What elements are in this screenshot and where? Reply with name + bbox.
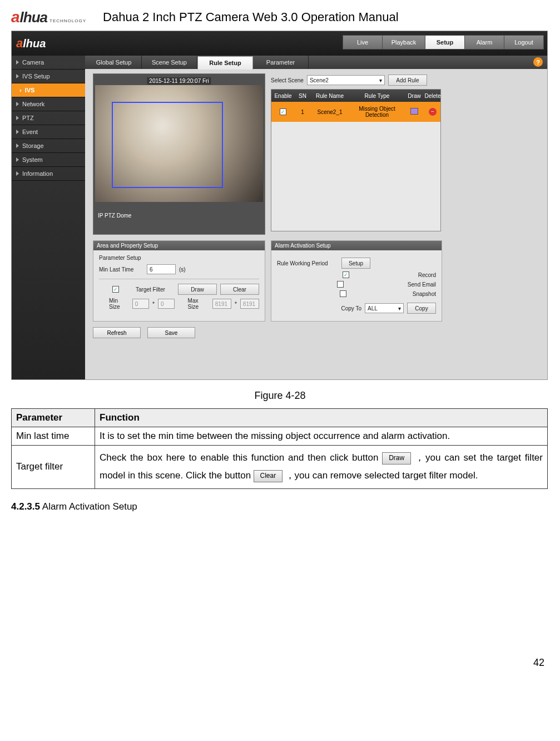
subtab-global[interactable]: Global Setup (86, 56, 142, 69)
target-filter-label: Target Filter (136, 286, 175, 293)
rules-panel: Select Scene Scene2▾ Add Rule Enable SN … (271, 73, 442, 235)
subtab-param[interactable]: Parameter (253, 56, 309, 69)
help-icon[interactable]: ? (533, 57, 543, 67)
alarm-activation-panel: Alarm Activation Setup Rule Working Peri… (271, 240, 442, 322)
clear-button[interactable]: Clear (220, 284, 259, 295)
logo-rest: lhua (20, 9, 47, 26)
cell-sn: 1 (295, 109, 310, 115)
copy-button[interactable]: Copy (407, 303, 436, 314)
max-size-h-input[interactable]: 8191 (240, 299, 259, 309)
screenshot-panel: a lhua Live Playback Setup Alarm Logout … (11, 31, 548, 380)
video-timestamp: 2015-12-11 19:20:07 Fri (147, 77, 211, 85)
th-function: Function (95, 409, 548, 427)
th-name: Rule Name (310, 93, 349, 99)
table-row: Min last time It is to set the min time … (12, 427, 548, 446)
select-scene-label: Select Scene (271, 77, 304, 83)
th-enable: Enable (271, 93, 295, 99)
add-rule-button[interactable]: Add Rule (388, 75, 427, 86)
min-size-w-input[interactable]: 0 (132, 299, 149, 309)
chevron-down-icon: ▾ (398, 305, 401, 312)
th-parameter: Parameter (12, 409, 95, 427)
section-number: 4.2.3.5 (11, 501, 40, 512)
table-row[interactable]: 1 Scene2_1 Missing Object Detection − (271, 102, 440, 122)
video-label: IP PTZ Dome (98, 213, 131, 219)
parameter-table: Parameter Function Min last time It is t… (11, 408, 548, 489)
select-scene-dropdown[interactable]: Scene2▾ (307, 75, 385, 85)
sub-tabs: Global Setup Scene Setup Rule Setup Para… (85, 56, 547, 69)
sidebar-item-network[interactable]: Network (12, 97, 85, 111)
doc-header: a lhua TECHNOLOGY Dahua 2 Inch PTZ Camer… (11, 8, 549, 26)
cell-type: Missing Object Detection (349, 106, 405, 118)
sidebar-item-ivs-setup[interactable]: IVS Setup (12, 70, 85, 83)
app-logo: a lhua (16, 36, 46, 51)
draw-inline-button: Draw (382, 452, 411, 465)
table-row: Target filter Check the box here to enab… (12, 446, 548, 489)
min-last-time-unit: (s) (179, 266, 186, 273)
delete-icon[interactable]: − (429, 108, 437, 116)
app-header: a lhua Live Playback Setup Alarm Logout (12, 31, 547, 56)
max-size-w-input[interactable]: 8191 (212, 299, 231, 309)
email-checkbox[interactable] (337, 281, 344, 288)
setup-button[interactable]: Setup (341, 258, 370, 269)
cell-name: Scene2_1 (310, 109, 349, 115)
subtab-scene[interactable]: Scene Setup (142, 56, 197, 69)
section-title: Alarm Activation Setup (42, 501, 137, 512)
tab-alarm[interactable]: Alarm (464, 35, 504, 50)
cell-func: Check the box here to enable this functi… (95, 446, 548, 489)
snapshot-checkbox[interactable] (340, 290, 346, 297)
th-sn: SN (295, 93, 310, 99)
cell-param: Min last time (12, 427, 95, 446)
sidebar-item-event[interactable]: Event (12, 125, 85, 139)
chevron-down-icon: ▾ (379, 77, 382, 83)
tab-logout[interactable]: Logout (504, 35, 544, 50)
min-size-h-input[interactable]: 0 (158, 299, 175, 309)
email-label: Send Email (408, 281, 436, 288)
doc-title: Dahua 2 Inch PTZ Camera Web 3.0 Operatio… (103, 10, 399, 24)
sidebar-item-camera[interactable]: Camera (12, 56, 85, 70)
th-type: Rule Type (349, 93, 405, 99)
sidebar-item-ptz[interactable]: PTZ (12, 111, 85, 125)
sidebar: Camera IVS Setup ›IVS Network PTZ Event … (12, 56, 85, 380)
sidebar-item-storage[interactable]: Storage (12, 139, 85, 153)
clear-inline-button: Clear (254, 470, 283, 482)
refresh-button[interactable]: Refresh (93, 327, 141, 338)
tab-live[interactable]: Live (343, 35, 383, 50)
subtab-rule[interactable]: Rule Setup (197, 56, 253, 70)
min-last-time-input[interactable]: 6 (147, 264, 176, 274)
sidebar-item-ivs[interactable]: ›IVS (12, 83, 85, 97)
caret-icon (16, 116, 19, 120)
draw-icon[interactable] (410, 108, 418, 115)
enable-checkbox[interactable] (280, 108, 286, 115)
caret-icon (16, 74, 19, 78)
main-content: Global Setup Scene Setup Rule Setup Para… (85, 56, 547, 380)
rule-working-label: Rule Working Period (277, 260, 338, 266)
target-filter-checkbox[interactable] (112, 286, 119, 293)
main-nav: Live Playback Setup Alarm Logout (343, 35, 544, 50)
area-panel-title: Area and Property Setup (93, 241, 265, 250)
sidebar-item-system[interactable]: System (12, 153, 85, 167)
max-size-label: Max Size (188, 298, 209, 310)
save-button[interactable]: Save (147, 327, 195, 338)
caret-icon (16, 102, 19, 106)
caret-icon (16, 130, 19, 134)
dahua-logo: a lhua TECHNOLOGY (11, 8, 86, 26)
video-frame (95, 85, 263, 202)
logo-letter-a: a (11, 8, 20, 26)
caret-icon (16, 144, 19, 148)
tab-playback[interactable]: Playback (382, 35, 425, 50)
record-label: Record (418, 272, 436, 278)
draw-button[interactable]: Draw (178, 284, 217, 295)
logo-sub: TECHNOLOGY (49, 18, 86, 23)
cell-param: Target filter (12, 446, 95, 489)
copy-to-dropdown[interactable]: ALL▾ (365, 303, 404, 313)
caret-icon (16, 157, 19, 162)
detection-rect (112, 102, 223, 188)
sidebar-item-information[interactable]: Information (12, 167, 85, 181)
th-draw: Draw (405, 93, 424, 99)
cell-func: It is to set the min time between the mi… (95, 427, 548, 446)
min-last-time-label: Min Last Time (99, 266, 143, 273)
alarm-panel-title: Alarm Activation Setup (271, 241, 442, 250)
figure-caption: Figure 4-28 (11, 390, 549, 402)
record-checkbox[interactable] (343, 271, 349, 278)
tab-setup[interactable]: Setup (425, 35, 465, 50)
